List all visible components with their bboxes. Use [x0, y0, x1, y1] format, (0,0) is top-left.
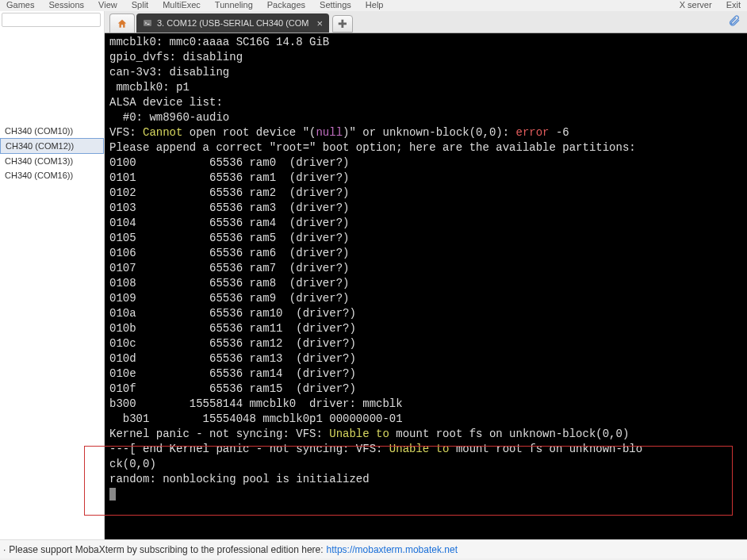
home-tab[interactable]	[109, 13, 135, 33]
terminal-line: #0: wm8960-audio	[109, 110, 742, 125]
sidebar: CH340 (COM10))CH340 (COM12))CH340 (COM13…	[0, 11, 105, 539]
footer: · Please support MobaXterm by subscribin…	[0, 539, 747, 558]
port-list: CH340 (COM10))CH340 (COM12))CH340 (COM13…	[0, 124, 104, 182]
menu-xserver[interactable]: X server	[680, 0, 712, 10]
terminal-line: random: nonblocking pool is initialized	[109, 472, 742, 487]
tab-bar: 3. COM12 (USB-SERIAL CH340 (COM × ✚	[105, 11, 747, 33]
paperclip-icon[interactable]	[728, 14, 741, 27]
menu-exit[interactable]: Exit	[726, 0, 741, 10]
terminal-line: 0109 65536 ram9 (driver?)	[109, 291, 742, 306]
port-item[interactable]: CH340 (COM10))	[0, 124, 104, 138]
menu-tunneling[interactable]: Tunneling	[215, 0, 253, 10]
plus-icon: ✚	[338, 17, 347, 30]
new-tab-button[interactable]: ✚	[332, 15, 353, 33]
port-item[interactable]: CH340 (COM12))	[0, 138, 104, 154]
menu-games[interactable]: Games	[6, 0, 34, 10]
terminal-line: 010c 65536 ram12 (driver?)	[109, 336, 742, 351]
cursor	[109, 488, 116, 501]
terminal-line: 0106 65536 ram6 (driver?)	[109, 246, 742, 261]
terminal-line: 010a 65536 ram10 (driver?)	[109, 306, 742, 321]
terminal-line: 010f 65536 ram15 (driver?)	[109, 382, 742, 397]
menu-sessions[interactable]: Sessions	[48, 0, 84, 10]
terminal-icon	[143, 18, 152, 28]
terminal-line: 0108 65536 ram8 (driver?)	[109, 276, 742, 291]
menu-view[interactable]: View	[98, 0, 117, 10]
menu-packages[interactable]: Packages	[267, 0, 305, 10]
close-icon[interactable]: ×	[317, 17, 324, 29]
port-item[interactable]: CH340 (COM13))	[0, 154, 104, 168]
port-item[interactable]: CH340 (COM16))	[0, 168, 104, 182]
terminal-line: 0102 65536 ram2 (driver?)	[109, 186, 742, 201]
terminal-line: Please append a correct "root=" boot opt…	[109, 140, 742, 155]
terminal[interactable]: mmcblk0: mmc0:aaaa SC16G 14.8 GiBgpio_dv…	[105, 33, 747, 539]
menu-split[interactable]: Split	[132, 0, 148, 10]
sidebar-filter-input[interactable]	[2, 13, 101, 27]
terminal-line: b301 15554048 mmcblk0p1 00000000-01	[109, 412, 742, 427]
terminal-line: Kernel panic - not syncing: VFS: Unable …	[109, 427, 742, 442]
home-icon	[117, 18, 128, 29]
terminal-line: ALSA device list:	[109, 95, 742, 110]
terminal-line: gpio_dvfs: disabling	[109, 50, 742, 65]
svg-rect-0	[144, 20, 151, 26]
tab-title: 3. COM12 (USB-SERIAL CH340 (COM	[157, 18, 309, 28]
terminal-line: 0104 65536 ram4 (driver?)	[109, 216, 742, 231]
footer-text: Please support MobaXterm by subscribing …	[9, 544, 323, 555]
terminal-line: mmcblk0: mmc0:aaaa SC16G 14.8 GiB	[109, 35, 742, 50]
terminal-line: 0100 65536 ram0 (driver?)	[109, 155, 742, 171]
terminal-line: 0107 65536 ram7 (driver?)	[109, 261, 742, 276]
menubar: Games Sessions View Split MultiExec Tunn…	[0, 0, 747, 11]
terminal-line: 010b 65536 ram11 (driver?)	[109, 321, 742, 336]
terminal-line: mmcblk0: p1	[109, 80, 742, 95]
menu-multiexec[interactable]: MultiExec	[163, 0, 201, 10]
terminal-line: VFS: Cannot open root device "(null)" or…	[109, 125, 742, 140]
tab-active[interactable]: 3. COM12 (USB-SERIAL CH340 (COM ×	[136, 13, 329, 33]
menu-settings[interactable]: Settings	[320, 0, 351, 10]
terminal-line: 0105 65536 ram5 (driver?)	[109, 231, 742, 246]
terminal-line: 0101 65536 ram1 (driver?)	[109, 171, 742, 186]
terminal-line: 0103 65536 ram3 (driver?)	[109, 201, 742, 216]
main-area: 3. COM12 (USB-SERIAL CH340 (COM × ✚ mmcb…	[105, 11, 747, 539]
terminal-line: b300 15558144 mmcblk0 driver: mmcblk	[109, 397, 742, 412]
terminal-line: 010e 65536 ram14 (driver?)	[109, 366, 742, 382]
terminal-line: ---[ end Kernel panic - not syncing: VFS…	[109, 442, 742, 457]
terminal-line: 010d 65536 ram13 (driver?)	[109, 351, 742, 366]
footer-link[interactable]: https://mobaxterm.mobatek.net	[327, 544, 458, 555]
terminal-line: ck(0,0)	[109, 457, 742, 472]
menu-help[interactable]: Help	[366, 0, 384, 10]
terminal-line: can-3v3: disabling	[109, 65, 742, 80]
